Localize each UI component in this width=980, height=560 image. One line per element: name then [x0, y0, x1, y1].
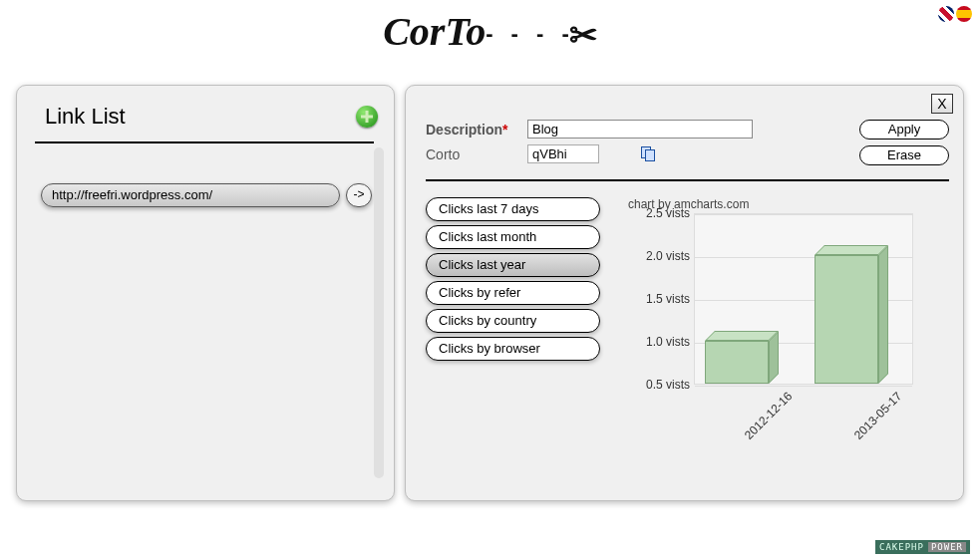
filter-4[interactable]: Clicks by country — [426, 309, 600, 333]
y-tick: 2.5 vists — [646, 206, 690, 220]
add-link-button[interactable] — [356, 106, 378, 128]
flag-es-icon[interactable] — [956, 6, 972, 22]
clicks-chart: chart by amcharts.com 0.5 vists1.0 vists… — [622, 197, 931, 456]
filter-0[interactable]: Clicks last 7 days — [426, 197, 600, 221]
y-tick: 1.0 vists — [646, 335, 690, 349]
description-label: Description* — [426, 122, 517, 138]
language-flags — [938, 6, 972, 22]
cakephp-badge: CAKEPHP POWER — [875, 540, 970, 554]
description-input[interactable] — [527, 120, 753, 139]
filter-list: Clicks last 7 daysClicks last monthClick… — [426, 197, 600, 456]
link-url-pill[interactable]: http://freefri.wordpress.com/ — [41, 183, 340, 207]
scrollbar[interactable] — [374, 147, 384, 478]
y-tick: 0.5 vists — [646, 378, 690, 392]
detail-panel: X Description* Corto Apply Erase Click — [405, 85, 964, 501]
logo-text: CorTo — [383, 9, 486, 54]
filter-3[interactable]: Clicks by refer — [426, 281, 600, 305]
x-tick: 2013-05-17 — [851, 390, 904, 442]
y-tick: 1.5 vists — [646, 292, 690, 306]
flag-en-icon[interactable] — [938, 6, 954, 22]
scissors-icon: ✂ — [569, 17, 597, 54]
chart-bar — [815, 255, 888, 384]
badge-power: POWER — [928, 542, 966, 552]
logo-dash: - - - - — [486, 21, 575, 46]
apply-button[interactable]: Apply — [859, 120, 949, 140]
filter-1[interactable]: Clicks last month — [426, 225, 600, 249]
erase-button[interactable]: Erase — [859, 145, 949, 165]
badge-cake: CAKEPHP — [879, 542, 924, 552]
x-tick: 2012-12-16 — [742, 390, 795, 442]
link-list-title: Link List — [35, 104, 126, 130]
filter-5[interactable]: Clicks by browser — [426, 337, 600, 361]
filter-2[interactable]: Clicks last year — [426, 253, 600, 277]
link-row: http://freefri.wordpress.com/ -> — [41, 183, 384, 207]
close-button[interactable]: X — [931, 94, 953, 114]
y-tick: 2.0 vists — [646, 249, 690, 263]
divider — [426, 179, 949, 181]
corto-label: Corto — [426, 146, 517, 162]
chart-plot-area — [694, 213, 913, 385]
corto-input[interactable] — [527, 144, 599, 163]
link-go-button[interactable]: -> — [346, 183, 372, 207]
link-list-panel: Link List http://freefri.wordpress.com/ … — [16, 85, 395, 501]
chart-bar — [705, 341, 779, 384]
header-logo: CorTo- - - -✂ — [0, 0, 980, 55]
copy-icon[interactable] — [641, 146, 657, 162]
